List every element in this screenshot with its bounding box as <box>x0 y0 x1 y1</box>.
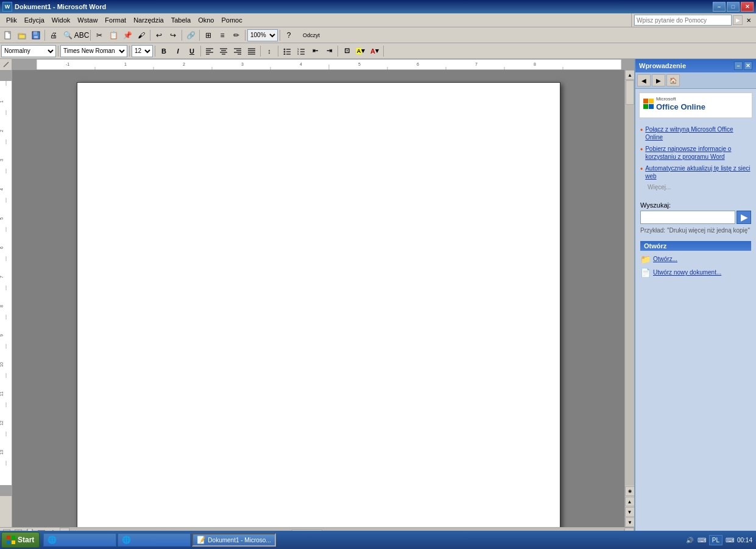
menu-pomoc[interactable]: Pomoc <box>217 15 246 25</box>
table-button[interactable]: ⊞ <box>202 29 215 42</box>
line-spacing-button[interactable]: ↕ <box>263 44 276 58</box>
underline-button[interactable]: U <box>185 44 199 58</box>
help-search-input[interactable] <box>634 15 732 26</box>
bold-button[interactable]: B <box>157 44 171 58</box>
svg-rect-98 <box>7 540 10 544</box>
help-close-button[interactable]: ✕ <box>744 15 754 25</box>
app-icon: W <box>2 2 12 12</box>
highlight-button[interactable]: A▾ <box>354 44 367 58</box>
sep7 <box>280 30 280 41</box>
menu-edycja[interactable]: Edycja <box>21 15 48 25</box>
decrease-indent-button[interactable]: ⇤ <box>308 44 322 58</box>
panel-minimize-button[interactable]: – <box>734 61 743 70</box>
panel-search-button[interactable]: ▶ <box>737 211 751 224</box>
panel-search-row: ▶ <box>640 211 751 224</box>
panel-link-1[interactable]: Połącz z witryną Microsoft Office Online <box>645 125 751 141</box>
svg-text:-1: -1 <box>66 62 69 66</box>
menu-okno[interactable]: Okno <box>194 15 217 25</box>
help-button[interactable]: ? <box>282 29 295 42</box>
open-button[interactable] <box>15 29 29 42</box>
save-button[interactable] <box>29 29 43 42</box>
panel-search-section: Wyszukaj: ▶ Przykład: "Drukuj więcej niż… <box>635 199 756 239</box>
print-button[interactable]: 🖨 <box>47 29 60 42</box>
panel-forward-button[interactable]: ▶ <box>652 74 665 86</box>
vertical-ruler: 1 2 3 4 5 6 7 8 <box>0 70 12 527</box>
close-button[interactable]: ✕ <box>741 2 754 12</box>
menu-wstaw[interactable]: Wstaw <box>74 15 101 25</box>
menu-widok[interactable]: Widok <box>48 15 74 25</box>
panel-open-section: Otwórz 📁 Otwórz... 📄 Utwórz nowy dokumen… <box>635 239 756 285</box>
align-left-button[interactable] <box>203 44 216 58</box>
spell-button[interactable]: ABC <box>75 29 88 42</box>
drawing-button[interactable]: ✏ <box>230 29 243 42</box>
start-button[interactable]: Start <box>1 532 40 548</box>
panel-close-button[interactable]: ✕ <box>744 61 752 70</box>
redo-button[interactable]: ↪ <box>166 29 180 42</box>
scroll-up-button[interactable]: ▲ <box>625 70 634 80</box>
menu-tabela[interactable]: Tabela <box>168 15 194 25</box>
print-preview-button[interactable]: 🔍 <box>61 29 74 42</box>
border-button[interactable]: ⊡ <box>340 44 353 58</box>
scroll-thumb[interactable] <box>626 80 634 105</box>
panel-search-input[interactable] <box>640 211 735 224</box>
italic-button[interactable]: I <box>171 44 185 58</box>
zoom-select[interactable]: 100%75%150% <box>247 29 278 41</box>
panel-new-doc-item[interactable]: 📄 Utwórz nowy dokument... <box>640 268 751 278</box>
document-page[interactable] <box>77 82 560 527</box>
cut-button[interactable]: ✂ <box>93 29 106 42</box>
new-button[interactable] <box>1 29 15 42</box>
hyperlink-button[interactable]: 🔗 <box>184 29 197 42</box>
help-arrow-button[interactable]: ▶ <box>733 15 743 25</box>
style-select[interactable]: Normalny <box>1 45 56 57</box>
minimize-button[interactable]: – <box>713 2 726 12</box>
undo-button[interactable]: ↩ <box>152 29 166 42</box>
browse-up-button[interactable]: ▲ <box>625 497 635 506</box>
taskbar-ie1[interactable]: 🌐 <box>43 533 116 547</box>
justify-button[interactable] <box>245 44 258 58</box>
browse-down-button[interactable]: ▼ <box>625 507 635 517</box>
menu-narzedzia[interactable]: Narzędzia <box>130 15 168 25</box>
font-select[interactable]: Times New Roman <box>60 45 127 57</box>
panel-link-2[interactable]: Pobierz najnowsze informacje o korzystan… <box>645 145 751 161</box>
panel-open-file-item[interactable]: 📁 Otwórz... <box>640 254 751 264</box>
increase-indent-button[interactable]: ⇥ <box>322 44 336 58</box>
taskbar-clock: 00:14 <box>737 537 752 544</box>
prev-page-select-button[interactable]: ◉ <box>625 486 635 496</box>
menu-format[interactable]: Format <box>101 15 130 25</box>
odczyt-button[interactable]: Odczyt <box>296 29 327 42</box>
panel-new-doc-link[interactable]: Utwórz nowy dokument... <box>653 269 721 276</box>
ruler-row: -1 1 2 3 4 5 6 7 8 <box>0 59 634 70</box>
panel-home-button[interactable]: 🏠 <box>666 74 680 86</box>
numbering-button[interactable]: 1.2.3. <box>294 44 308 58</box>
title-bar: W Dokument1 - Microsoft Word – □ ✕ <box>0 0 756 13</box>
scroll-down-button[interactable]: ▼ <box>625 517 634 527</box>
copy-button[interactable]: 📋 <box>107 29 120 42</box>
size-select[interactable]: 12 <box>132 45 153 57</box>
format-painter-button[interactable]: 🖌 <box>135 29 148 42</box>
panel-more-link[interactable]: Więcej... <box>648 184 751 191</box>
align-right-button[interactable] <box>231 44 244 58</box>
scroll-container[interactable] <box>12 70 624 527</box>
taskbar-word[interactable]: 📝 Dokument1 - Microso... <box>192 533 275 547</box>
align-center-button[interactable] <box>217 44 230 58</box>
microsoft-label: Microsoft <box>656 97 705 102</box>
new-doc-icon: 📄 <box>640 268 651 278</box>
svg-text:4: 4 <box>300 62 302 66</box>
font-color-button[interactable]: A▾ <box>368 44 381 58</box>
maximize-button[interactable]: □ <box>727 2 740 12</box>
columns-button[interactable]: ≡ <box>216 29 229 42</box>
bullets-button[interactable] <box>280 44 294 58</box>
taskbar-ie2[interactable]: 🌐 <box>118 533 191 547</box>
toolbar1: 🖨 🔍 ABC ✂ 📋 📌 🖌 ↩ ↪ 🔗 ⊞ ≡ ✏ 100%75%150% … <box>0 27 756 43</box>
svg-text:3: 3 <box>0 159 4 161</box>
ie-icon-1: 🌐 <box>48 536 57 544</box>
panel-open-link[interactable]: Otwórz... <box>653 256 677 262</box>
ruler-corner[interactable] <box>0 59 12 70</box>
svg-text:7: 7 <box>475 62 478 66</box>
panel-nav: ◀ ▶ 🏠 <box>635 72 756 89</box>
svg-line-36 <box>4 62 9 67</box>
menu-plik[interactable]: Plik <box>2 15 21 25</box>
panel-back-button[interactable]: ◀ <box>637 74 651 86</box>
panel-link-3[interactable]: Automatycznie aktualizuj tę listę z siec… <box>645 164 751 180</box>
paste-button[interactable]: 📌 <box>121 29 134 42</box>
